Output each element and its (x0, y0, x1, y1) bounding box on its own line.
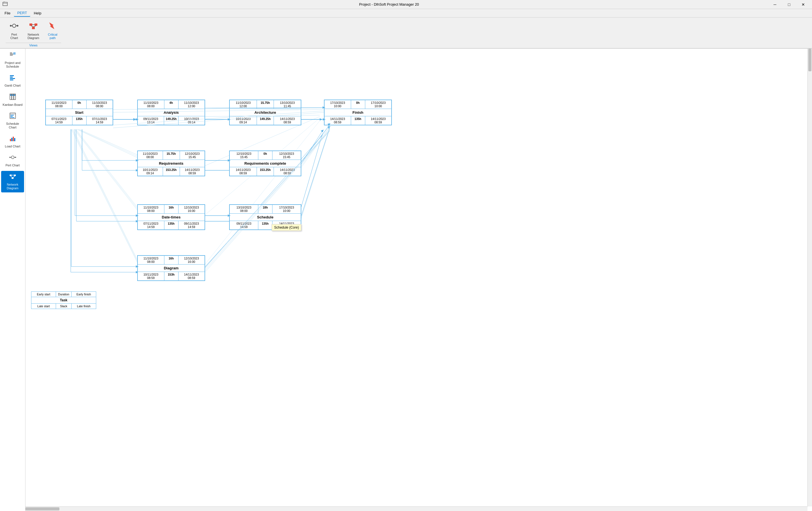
node-schedule[interactable]: 13/10/202308:00 18h 17/10/202310:00 Sche… (229, 204, 301, 230)
svg-line-101 (301, 129, 329, 217)
svg-line-12 (31, 26, 33, 27)
svg-rect-1 (3, 2, 5, 3)
svg-marker-14 (49, 22, 54, 29)
kanban-board-icon (9, 93, 16, 102)
horizontal-scrollbar[interactable] (26, 507, 808, 511)
svg-marker-87 (328, 126, 330, 129)
network-diagram-icon (29, 21, 38, 32)
svg-line-98 (301, 126, 329, 165)
ribbon-btn-pert-chart[interactable]: PertChart (6, 20, 23, 41)
node-requirements-complete[interactable]: 12/10/202315:45 0h 12/10/202315:45 Requi… (229, 150, 301, 176)
minimize-button[interactable]: ─ (768, 0, 781, 9)
ribbon-btn-network-diagram[interactable]: NetworkDiagram (25, 20, 42, 41)
svg-line-100 (301, 128, 329, 168)
content-area: 11/10/202308:00 0h 11/10/202308:00 Start… (26, 49, 812, 511)
maximize-button[interactable]: □ (783, 0, 795, 9)
pert-diagram: 11/10/202308:00 0h 11/10/202308:00 Start… (26, 49, 422, 317)
ribbon-btn-critical-path[interactable]: Criticalpath (44, 20, 61, 41)
sidebar-item-pert-chart[interactable]: Pert Chart (1, 152, 24, 169)
node-requirements[interactable]: 11/10/202308:00 15.75h 12/10/202315:45 R… (137, 150, 205, 176)
pert-canvas[interactable]: 11/10/202308:00 0h 11/10/202308:00 Start… (26, 49, 812, 511)
svg-rect-35 (10, 139, 11, 141)
ribbon-btn-network-diagram-label: NetworkDiagram (27, 33, 39, 39)
sidebar-label-pert-chart: Pert Chart (5, 164, 20, 167)
node-finish[interactable]: 17/10/202310:00 0h 17/10/202310:00 Finis… (324, 100, 392, 125)
svg-rect-20 (10, 75, 14, 76)
sidebar-label-load-chart: Load Chart (5, 145, 20, 148)
ribbon-btn-pert-chart-label: PertChart (10, 33, 18, 39)
svg-line-48 (10, 176, 12, 177)
svg-line-99 (301, 127, 329, 166)
svg-marker-54 (320, 118, 322, 120)
ribbon-group-views-label: Views (6, 43, 61, 47)
svg-rect-18 (13, 53, 16, 53)
svg-line-94 (74, 129, 137, 210)
svg-line-92 (76, 129, 137, 207)
svg-point-7 (17, 25, 19, 27)
menu-help[interactable]: Help (30, 10, 45, 17)
sidebar-item-gantt-chart[interactable]: Gantt Chart (1, 72, 24, 90)
ribbon-btn-critical-path-label: Criticalpath (48, 33, 57, 39)
ribbon: PertChart NetworkDiagram (0, 18, 812, 49)
load-chart-icon (9, 135, 16, 143)
vertical-scrollbar[interactable] (808, 49, 812, 507)
window-title: Project - DlhSoft Project Manager 20 (10, 2, 768, 6)
svg-rect-46 (11, 177, 13, 179)
legend-late-finish: Late finish (77, 305, 90, 308)
sidebar-label-network-diagram: Network Diagram (2, 183, 23, 190)
svg-rect-23 (10, 80, 13, 80)
menu-file[interactable]: File (1, 10, 14, 17)
node-start[interactable]: 11/10/202308:00 0h 11/10/202308:00 Start… (45, 100, 113, 125)
schedule-chart-icon (9, 112, 16, 121)
svg-point-6 (10, 25, 11, 27)
legend-task: Task (60, 298, 67, 302)
menu-bar: File PERT Help (0, 9, 812, 18)
sidebar-item-load-chart[interactable]: Load Chart (1, 133, 24, 150)
sidebar-label-project-schedule: Project and Schedule (2, 61, 23, 68)
gantt-chart-icon (9, 74, 16, 83)
node-architecture[interactable]: 11/10/202312:00 15.75h 13/10/202311:45 A… (229, 100, 301, 125)
svg-rect-21 (10, 77, 13, 78)
svg-rect-29 (14, 94, 15, 96)
svg-line-90 (78, 129, 137, 156)
svg-rect-37 (13, 137, 14, 141)
svg-rect-36 (11, 138, 12, 141)
legend-slack: Slack (60, 305, 67, 308)
legend-duration: Duration (58, 292, 69, 296)
svg-line-84 (301, 125, 329, 162)
svg-line-49 (13, 176, 15, 177)
sidebar-item-network-diagram[interactable]: Network Diagram (1, 171, 24, 192)
svg-line-102 (301, 129, 329, 219)
sidebar-item-schedule-chart[interactable]: Schedule Chart (1, 110, 24, 132)
svg-rect-8 (29, 24, 32, 26)
svg-rect-10 (32, 27, 35, 29)
svg-point-3 (12, 24, 16, 27)
sidebar: Project and Schedule Gantt Chart (0, 49, 26, 511)
svg-rect-34 (10, 117, 14, 118)
node-analysis[interactable]: 11/10/202308:00 4h 11/10/202312:00 Analy… (137, 100, 205, 125)
svg-rect-16 (10, 54, 13, 54)
svg-line-95 (73, 129, 137, 259)
node-date-times[interactable]: 11/10/202308:00 16h 12/10/202316:00 Date… (137, 204, 205, 230)
svg-point-42 (9, 157, 10, 158)
main-layout: Project and Schedule Gantt Chart (0, 49, 812, 511)
sidebar-item-kanban-board[interactable]: Kanban Board (1, 91, 24, 109)
title-bar: Project - DlhSoft Project Manager 20 ─ □… (0, 0, 812, 9)
svg-line-91 (77, 129, 137, 158)
node-diagram[interactable]: 11/10/202308:00 16h 12/10/202316:00 Diag… (137, 255, 205, 281)
vertical-scroll-thumb[interactable] (808, 49, 811, 71)
svg-rect-44 (10, 175, 11, 176)
sidebar-label-gantt-chart: Gantt Chart (4, 84, 21, 87)
legend: Early start Duration Early finish Task (31, 291, 96, 309)
svg-rect-32 (10, 115, 14, 115)
legend-early-start: Early start (37, 292, 50, 296)
menu-pert[interactable]: PERT (14, 10, 30, 17)
window-controls: ─ □ ✕ (768, 0, 810, 9)
critical-path-icon (48, 21, 57, 32)
svg-line-86 (301, 128, 329, 216)
sidebar-item-project-schedule[interactable]: Project and Schedule (1, 49, 24, 71)
fan-lines-svg (26, 49, 422, 317)
horizontal-scroll-thumb[interactable] (26, 507, 59, 510)
close-button[interactable]: ✕ (797, 0, 810, 9)
network-diagram-sidebar-icon (9, 173, 16, 182)
